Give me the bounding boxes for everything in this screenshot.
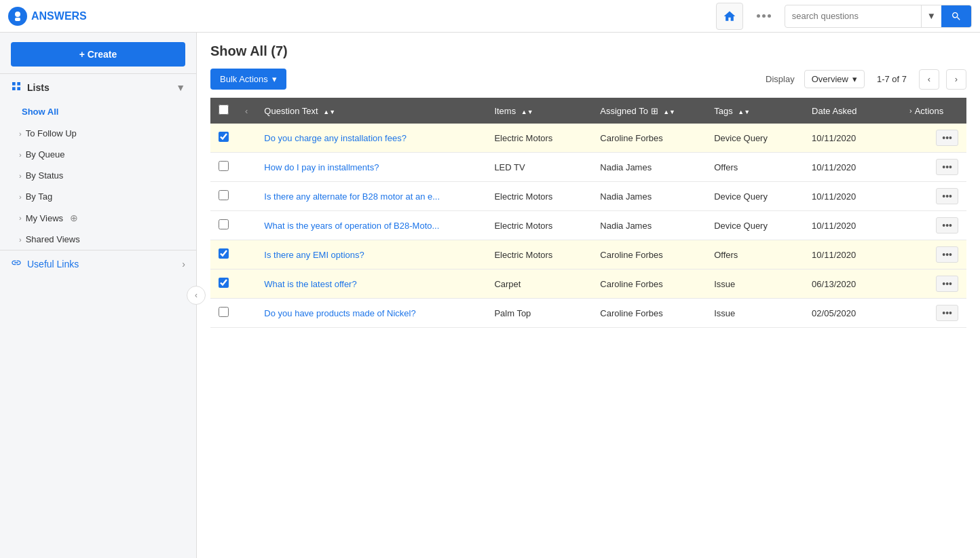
display-label: Display xyxy=(766,74,795,84)
prev-page-button[interactable]: ‹ xyxy=(919,69,939,90)
useful-links-label: Useful Links xyxy=(27,259,79,269)
search-go-button[interactable] xyxy=(941,5,971,28)
row-checkbox-cell-3 xyxy=(210,211,237,240)
sidebar-item-to-follow-up-label: To Follow Up xyxy=(26,128,77,138)
sidebar-item-shared-views[interactable]: › Shared Views xyxy=(0,229,196,250)
row-checkbox-0[interactable] xyxy=(219,132,229,142)
row-items-0: Electric Motors xyxy=(486,124,592,153)
sidebar-item-show-all[interactable]: Show All xyxy=(0,100,196,123)
row-actions-1: ••• xyxy=(901,153,966,182)
table-row: Do you have products made of Nickel? Pal… xyxy=(210,299,966,328)
header-tags[interactable]: Tags ▲▼ xyxy=(706,98,804,124)
header-assigned-to[interactable]: Assigned To ⊞ ▲▼ xyxy=(592,98,706,124)
row-arrow-cell-4 xyxy=(237,240,256,269)
bulk-actions-button[interactable]: Bulk Actions ▾ xyxy=(210,69,286,90)
header-date-asked[interactable]: Date Asked xyxy=(804,98,901,124)
row-date-3: 10/11/2020 xyxy=(804,211,901,240)
row-date-2: 10/11/2020 xyxy=(804,182,901,211)
sort-arrows-items: ▲▼ xyxy=(521,109,533,115)
row-actions-0: ••• xyxy=(901,124,966,153)
header-items[interactable]: Items ▲▼ xyxy=(486,98,592,124)
display-option: Overview xyxy=(812,74,848,84)
sidebar-item-by-status[interactable]: › By Status xyxy=(0,165,196,186)
row-date-6: 02/05/2020 xyxy=(804,299,901,328)
select-all-checkbox[interactable] xyxy=(219,105,229,115)
row-actions-button-1[interactable]: ••• xyxy=(936,159,958,175)
chevron-icon-status: › xyxy=(19,172,22,180)
row-checkbox-5[interactable] xyxy=(219,278,229,288)
row-checkbox-cell-0 xyxy=(210,124,237,153)
row-question-6[interactable]: Do you have products made of Nickel? xyxy=(256,299,486,328)
more-options-button[interactable] xyxy=(750,10,778,22)
bulk-actions-chevron: ▾ xyxy=(272,74,277,84)
row-checkbox-1[interactable] xyxy=(219,161,229,171)
row-checkbox-cell-5 xyxy=(210,269,237,299)
top-navigation: ANSWERS ▼ xyxy=(0,0,980,33)
row-checkbox-4[interactable] xyxy=(219,248,229,259)
search-input[interactable] xyxy=(785,11,921,21)
row-question-5[interactable]: What is the latest offer? xyxy=(256,269,486,299)
row-question-0[interactable]: Do you charge any installation fees? xyxy=(256,124,486,153)
lists-section-header[interactable]: Lists ▼ xyxy=(0,74,196,100)
sidebar-item-to-follow-up[interactable]: › To Follow Up xyxy=(0,123,196,144)
sidebar-collapse-button[interactable]: ‹ xyxy=(187,286,206,305)
table-row: What is the latest offer? Carpet Carolin… xyxy=(210,269,966,299)
useful-links-section[interactable]: Useful Links › xyxy=(0,250,196,277)
row-date-0: 10/11/2020 xyxy=(804,124,901,153)
sort-arrows-tags: ▲▼ xyxy=(738,109,750,115)
search-dropdown-button[interactable]: ▼ xyxy=(921,5,941,27)
chevron-icon-follow-up: › xyxy=(19,130,22,138)
row-checkbox-6[interactable] xyxy=(219,307,229,317)
sidebar-item-my-views-label: My Views xyxy=(26,213,63,223)
row-tags-2: Device Query xyxy=(706,182,804,211)
row-tags-6: Issue xyxy=(706,299,804,328)
sidebar-item-by-queue[interactable]: › By Queue xyxy=(0,144,196,165)
row-arrow-cell-0 xyxy=(237,124,256,153)
grid-icon xyxy=(11,81,22,94)
row-checkbox-cell-1 xyxy=(210,153,237,182)
display-dropdown-chevron: ▾ xyxy=(852,74,857,84)
header-question-text[interactable]: Question Text ▲▼ xyxy=(256,98,486,124)
table-row: Is there any alternate for B28 motor at … xyxy=(210,182,966,211)
row-assigned-4: Caroline Forbes xyxy=(592,240,706,269)
row-question-4[interactable]: Is there any EMI options? xyxy=(256,240,486,269)
row-items-3: Electric Motors xyxy=(486,211,592,240)
chevron-icon-my-views: › xyxy=(19,214,22,222)
row-assigned-5: Caroline Forbes xyxy=(592,269,706,299)
create-button[interactable]: + Create xyxy=(11,42,185,67)
row-question-2[interactable]: Is there any alternate for B28 motor at … xyxy=(256,182,486,211)
sidebar-item-by-tag[interactable]: › By Tag xyxy=(0,186,196,207)
sidebar-item-my-views[interactable]: › My Views ⊕ xyxy=(0,207,196,229)
row-question-3[interactable]: What is the years of operation of B28-Mo… xyxy=(256,211,486,240)
lists-label: Lists xyxy=(27,82,50,93)
row-actions-button-2[interactable]: ••• xyxy=(936,188,958,204)
row-checkbox-cell-6 xyxy=(210,299,237,328)
display-dropdown[interactable]: Overview ▾ xyxy=(804,70,865,88)
row-checkbox-3[interactable] xyxy=(219,219,229,229)
page-title: Show All (7) xyxy=(210,43,966,59)
row-question-1[interactable]: How do I pay in installments? xyxy=(256,153,486,182)
brand-logo: ANSWERS xyxy=(8,7,87,26)
filter-icon-assigned[interactable]: ⊞ xyxy=(651,106,658,116)
row-assigned-2: Nadia James xyxy=(592,182,706,211)
home-button[interactable] xyxy=(716,3,743,30)
chevron-icon-tag: › xyxy=(19,193,22,201)
sidebar: + Create Lists ▼ Show All › To Follow Up… xyxy=(0,33,197,558)
row-actions-button-6[interactable]: ••• xyxy=(936,305,958,321)
sidebar-item-show-all-label: Show All xyxy=(22,107,58,117)
row-actions-button-4[interactable]: ••• xyxy=(936,246,958,263)
row-date-5: 06/13/2020 xyxy=(804,269,901,299)
row-actions-button-5[interactable]: ••• xyxy=(936,276,958,292)
bulk-actions-label: Bulk Actions xyxy=(220,74,268,84)
row-tags-4: Offers xyxy=(706,240,804,269)
sidebar-item-by-queue-label: By Queue xyxy=(26,149,65,160)
row-actions-6: ••• xyxy=(901,299,966,328)
row-date-4: 10/11/2020 xyxy=(804,240,901,269)
row-actions-4: ••• xyxy=(901,240,966,269)
row-items-1: LED TV xyxy=(486,153,592,182)
next-page-button[interactable]: › xyxy=(946,69,966,90)
add-my-views-icon[interactable]: ⊕ xyxy=(70,212,78,223)
row-checkbox-2[interactable] xyxy=(219,190,229,200)
row-actions-button-3[interactable]: ••• xyxy=(936,217,958,234)
row-actions-button-0[interactable]: ••• xyxy=(936,130,958,146)
